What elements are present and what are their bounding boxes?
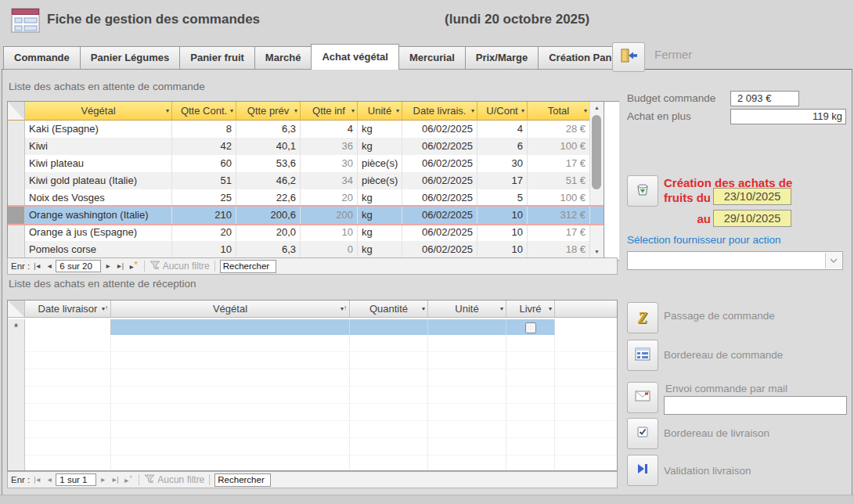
row-selector[interactable] [8,155,25,172]
new-record-selector[interactable]: * [8,319,25,337]
table-row-selected[interactable]: Orange washington (Italie) 210 200,6 200… [8,207,604,224]
column-header-vegetal[interactable]: Végétal▾↑ [111,301,350,318]
column-header-livre[interactable]: Livré▾ [506,301,555,318]
row-selector[interactable] [8,224,25,241]
search-input[interactable] [220,260,276,273]
filter-arrow-icon[interactable]: ▾ [396,102,399,120]
cell-ucont[interactable]: 17 [477,172,528,189]
previous-record-button[interactable]: ◄ [45,476,53,484]
mail-address-input[interactable] [664,396,847,415]
cell-qtte-inf[interactable]: 36 [301,138,358,155]
cell-qtte-inf[interactable]: 30 [301,155,358,172]
column-header-unite[interactable]: Unité▾ [358,102,402,121]
cell-qtte-inf[interactable]: 10 [301,224,358,241]
column-header-total[interactable]: Total▾ [528,102,590,121]
cell-qtte-inf[interactable]: 200 [301,207,358,224]
tab-mercurial[interactable]: Mercurial [398,46,466,70]
cell-vegetal[interactable] [111,319,350,337]
cell-unite[interactable] [428,319,506,337]
search-input[interactable] [214,473,271,487]
column-header-qtte-prev[interactable]: Qtte prév▾ [236,102,301,121]
filter-arrow-icon[interactable]: ▾ [294,102,297,120]
cell-unite[interactable]: kg [358,207,402,224]
table-row[interactable]: Pomelos corse 10 6,3 0 kg 06/02/2025 10 … [8,241,604,258]
cell-qtte-cont[interactable]: 60 [172,155,236,172]
first-record-button[interactable]: |◄ [32,262,42,270]
next-record-button[interactable]: ► [99,476,107,484]
cell-qtte-cont[interactable]: 10 [172,241,236,258]
filter-arrow-icon[interactable]: ▾ [422,301,425,317]
table-row[interactable]: Kaki (Espagne) 8 6,3 4 kg 06/02/2025 4 2… [8,121,604,138]
select-all-corner[interactable] [8,301,25,318]
cell-date-livraison[interactable] [25,319,111,337]
filter-arrow-icon[interactable]: ▾ [471,102,474,120]
cell-unite[interactable]: kg [358,189,402,207]
cell-qtte-inf[interactable]: 20 [301,189,358,207]
cell-vegetal[interactable]: Kiwi [25,138,172,155]
cell-livre[interactable] [506,319,555,337]
filter-arrow-icon[interactable]: ▾ [500,301,503,317]
bordereau-commande-button[interactable] [627,340,658,371]
table-row[interactable]: Kiwi gold plateau (Italie) 51 46,2 34 pi… [8,172,604,189]
last-record-button[interactable]: ►| [110,476,120,484]
table-row[interactable]: Noix des Vosges 25 22,6 20 kg 06/02/2025… [8,189,604,207]
date-from-field[interactable]: 23/10/2025 [713,188,791,205]
cell-total[interactable]: 17 € [528,224,590,241]
cell-unite[interactable]: pièce(s) [358,155,402,172]
table-row[interactable]: Kiwi 42 40,1 36 kg 06/02/2025 6 100 € [8,138,604,155]
chevron-down-icon[interactable] [825,253,841,268]
livre-checkbox[interactable] [525,322,536,333]
new-record-button[interactable]: ►* [122,475,135,484]
column-header-unite[interactable]: Unité▾ [428,301,506,318]
filter-status[interactable]: Aucun filtre [157,474,204,485]
new-record-button[interactable]: ►* [127,261,139,271]
cell-vegetal[interactable]: Pomelos corse [25,241,172,258]
table-row[interactable]: Kiwi plateau 60 53,6 30 pièce(s) 06/02/2… [8,155,604,172]
sort-filter-arrow-icon[interactable]: ▾↑ [341,301,347,317]
tab-panier-fruit[interactable]: Panier fruit [179,46,255,70]
cell-qtte-prev[interactable]: 200,6 [236,207,301,224]
tab-achat-vegetal[interactable]: Achat végétal [311,44,399,70]
cell-date[interactable]: 06/02/2025 [402,207,477,224]
cell-qtte-inf[interactable]: 34 [301,172,358,189]
cell-qtte-cont[interactable]: 8 [172,121,236,138]
table-row[interactable]: Orange à jus (Espagne) 20 20,0 10 kg 06/… [8,224,604,241]
filter-arrow-icon[interactable]: ▾ [351,102,355,120]
cell-date[interactable]: 06/02/2025 [402,189,477,207]
cell-qtte-cont[interactable]: 210 [172,207,236,224]
cell-ucont[interactable]: 4 [477,121,528,138]
cell-ucont[interactable]: 10 [477,207,528,224]
fournisseur-select[interactable] [627,251,843,270]
cell-total[interactable]: 28 € [528,121,590,138]
last-record-button[interactable]: ►| [114,262,124,270]
vertical-scrollbar[interactable]: ▲ ▼ [589,102,604,258]
cell-unite[interactable]: kg [358,121,402,138]
cell-date[interactable]: 06/02/2025 [402,138,477,155]
cell-qtte-prev[interactable]: 6,3 [236,121,301,138]
extra-purchase-field[interactable]: 119 kg [730,109,846,124]
cell-qtte-cont[interactable]: 25 [172,189,236,207]
filter-arrow-icon[interactable]: ▾ [584,102,587,120]
row-selector[interactable] [8,121,25,138]
cell-qtte-inf[interactable]: 0 [301,241,358,258]
tab-marche[interactable]: Marché [254,46,312,70]
filter-arrow-icon[interactable]: ▾ [521,102,524,120]
date-to-field[interactable]: 29/10/2025 [713,210,791,227]
cell-qtte-cont[interactable]: 20 [172,224,236,241]
scroll-up-icon[interactable]: ▲ [590,102,604,114]
row-selector[interactable] [8,241,25,258]
select-all-corner[interactable] [8,102,25,121]
cell-total[interactable]: 18 € [528,241,590,258]
passage-commande-button[interactable]: Z [627,302,658,333]
cell-qtte-prev[interactable]: 53,6 [236,155,301,172]
cell-date[interactable]: 06/02/2025 [402,241,477,258]
cell-vegetal[interactable]: Noix des Vosges [25,189,172,207]
first-record-button[interactable]: |◄ [32,476,42,484]
cell-date[interactable]: 06/02/2025 [402,155,477,172]
envoi-mail-button[interactable] [627,382,658,413]
previous-record-button[interactable]: ◄ [45,262,53,270]
cell-vegetal[interactable]: Kiwi gold plateau (Italie) [25,172,172,189]
row-selector[interactable] [8,207,25,224]
column-header-ucont[interactable]: U/Cont▾ [477,102,528,121]
cell-vegetal[interactable]: Kiwi plateau [25,155,172,172]
